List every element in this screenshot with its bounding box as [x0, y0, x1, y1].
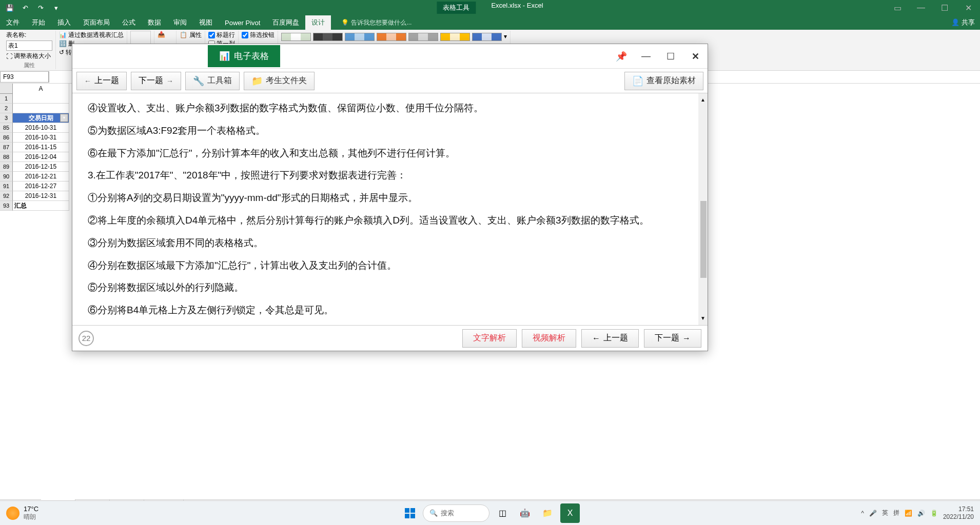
- row-header[interactable]: 90: [0, 172, 13, 181]
- cell[interactable]: 2016-12-27: [13, 181, 69, 191]
- row-header[interactable]: 3: [0, 113, 13, 123]
- undo-icon[interactable]: ↶: [19, 2, 31, 13]
- wifi-icon[interactable]: 📶: [905, 510, 912, 517]
- row-header[interactable]: 91: [0, 181, 13, 191]
- table-style-2[interactable]: [313, 33, 343, 41]
- excel-taskbar-icon[interactable]: X: [560, 503, 580, 523]
- table-name-input[interactable]: [6, 41, 52, 51]
- table-style-5[interactable]: [408, 33, 438, 41]
- cell[interactable]: [13, 94, 69, 104]
- redo-icon[interactable]: ↷: [35, 2, 46, 13]
- text-analysis-button[interactable]: 文字解析: [462, 329, 517, 348]
- scroll-up-icon[interactable]: ▲: [700, 94, 705, 106]
- modal-scrollbar[interactable]: ▲ ▼: [698, 93, 708, 325]
- app-icon-1[interactable]: 🤖: [515, 503, 535, 523]
- clock[interactable]: 17:51 2022/11/20: [943, 506, 974, 520]
- header-row-checkbox[interactable]: 标题行: [208, 31, 235, 39]
- close-icon[interactable]: ✕: [956, 0, 980, 15]
- name-box[interactable]: F93: [0, 71, 49, 83]
- footer-prev-button[interactable]: ←上一题: [581, 329, 639, 348]
- tab-file[interactable]: 文件: [0, 15, 26, 30]
- footer-next-button[interactable]: 下一题→: [644, 329, 701, 348]
- task-view-icon[interactable]: ◫: [493, 503, 512, 523]
- filter-button-checkbox[interactable]: 筛选按钮: [242, 31, 275, 39]
- tab-data[interactable]: 数据: [142, 15, 167, 30]
- start-button[interactable]: [400, 503, 420, 523]
- cell[interactable]: 汇总: [13, 201, 69, 211]
- share-button[interactable]: 👤 共享: [951, 18, 975, 27]
- maximize-icon[interactable]: ☐: [933, 0, 956, 15]
- modal-minimize-icon[interactable]: —: [634, 44, 658, 69]
- row-header[interactable]: 1: [0, 94, 13, 104]
- ribbon-options-icon[interactable]: ▭: [886, 0, 909, 15]
- tab-baidu[interactable]: 百度网盘: [266, 15, 305, 30]
- cell[interactable]: 2016-12-15: [13, 162, 69, 172]
- weather-widget[interactable]: 17°C 晴朗: [6, 505, 38, 521]
- row-header[interactable]: 89: [0, 162, 13, 172]
- qat-dropdown-icon[interactable]: ▾: [50, 2, 62, 13]
- modal-close-icon[interactable]: ✕: [683, 44, 708, 69]
- tab-layout[interactable]: 页面布局: [77, 15, 116, 30]
- row-header[interactable]: 87: [0, 143, 13, 152]
- cell[interactable]: 2016-10-31: [13, 123, 69, 133]
- ime-en[interactable]: 英: [882, 509, 888, 517]
- row-header[interactable]: 85: [0, 123, 13, 133]
- next-question-button[interactable]: 下一题→: [131, 72, 181, 90]
- cell[interactable]: 2016-12-31: [13, 191, 69, 201]
- pivot-summary-button[interactable]: 📊 通过数据透视表汇总: [59, 31, 124, 39]
- tab-home[interactable]: 开始: [26, 15, 51, 30]
- battery-icon[interactable]: 🔋: [930, 510, 938, 517]
- ime-pinyin[interactable]: 拼: [893, 509, 899, 517]
- convert-button[interactable]: ↺ 转: [59, 48, 72, 57]
- row-header[interactable]: 2: [0, 104, 13, 113]
- view-original-button[interactable]: 📄查看原始素材: [624, 72, 703, 90]
- col-header-A[interactable]: A: [13, 84, 69, 94]
- scroll-thumb[interactable]: [700, 201, 707, 278]
- save-icon[interactable]: 💾: [4, 2, 15, 13]
- table-styles-more-icon[interactable]: ▾: [504, 33, 507, 40]
- cell[interactable]: [13, 104, 69, 113]
- mic-icon[interactable]: 🎤: [869, 510, 877, 517]
- tab-design[interactable]: 设计: [305, 15, 331, 30]
- tab-view[interactable]: 视图: [193, 15, 219, 30]
- table-style-4[interactable]: [377, 33, 406, 41]
- tab-insert[interactable]: 插入: [51, 15, 77, 30]
- name-box-dropdown-icon[interactable]: [49, 71, 58, 83]
- row-header[interactable]: 93: [0, 201, 13, 211]
- volume-icon[interactable]: 🔊: [917, 510, 925, 517]
- minimize-icon[interactable]: —: [909, 0, 933, 15]
- tab-formulas[interactable]: 公式: [116, 15, 142, 30]
- properties-button[interactable]: 📋 属性: [180, 31, 201, 39]
- cell[interactable]: 2016-11-15: [13, 143, 69, 152]
- tab-powerpivot[interactable]: Power Pivot: [219, 16, 266, 29]
- table-style-3[interactable]: [345, 33, 375, 41]
- table-style-1[interactable]: [281, 33, 311, 41]
- prev-question-button[interactable]: ←上一题: [76, 72, 127, 90]
- tray-chevron-icon[interactable]: ^: [861, 510, 864, 517]
- cell[interactable]: 2016-12-04: [13, 152, 69, 162]
- tell-me-search[interactable]: 💡 告诉我您想要做什么...: [341, 18, 411, 27]
- cell[interactable]: 2016-12-21: [13, 172, 69, 181]
- row-header[interactable]: 88: [0, 152, 13, 162]
- temperature: 17°C: [24, 505, 38, 513]
- resize-table-button[interactable]: ⛶ 调整表格大小: [6, 52, 52, 60]
- cell[interactable]: 交易日期▾: [13, 113, 69, 123]
- taskbar-search[interactable]: 🔍 搜索: [423, 504, 489, 522]
- scroll-down-icon[interactable]: ▼: [700, 313, 705, 324]
- window-title: Excel.xlsx - Excel: [491, 2, 543, 14]
- pin-icon[interactable]: 📌: [609, 44, 634, 69]
- table-style-7[interactable]: [472, 33, 502, 41]
- exam-folder-button[interactable]: 📁考生文件夹: [244, 72, 315, 90]
- file-explorer-icon[interactable]: 📁: [538, 503, 557, 523]
- select-all-corner[interactable]: [0, 84, 13, 94]
- video-analysis-button[interactable]: 视频解析: [522, 329, 576, 348]
- cell[interactable]: 2016-10-31: [13, 133, 69, 143]
- sun-icon: [6, 507, 19, 520]
- filter-dropdown-icon[interactable]: ▾: [60, 114, 68, 122]
- row-header[interactable]: 86: [0, 133, 13, 143]
- toolbox-button[interactable]: 🔧工具箱: [185, 72, 240, 90]
- table-style-6[interactable]: [440, 33, 470, 41]
- tab-review[interactable]: 审阅: [167, 15, 193, 30]
- modal-maximize-icon[interactable]: ☐: [658, 44, 683, 69]
- row-header[interactable]: 92: [0, 191, 13, 201]
